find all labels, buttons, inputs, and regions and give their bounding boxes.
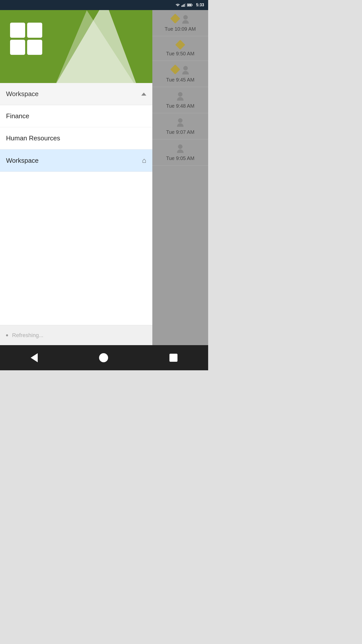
- menu-item-workspace[interactable]: Workspace ⌂: [0, 149, 152, 172]
- menu-item-human-resources[interactable]: Human Resources: [0, 127, 152, 149]
- refresh-dot-icon: [6, 334, 8, 336]
- svg-rect-2: [184, 4, 185, 7]
- drawer-panel: Workspace Finance Human Resources Worksp…: [0, 10, 152, 345]
- list-item[interactable]: Tue 9:05 AM: [152, 139, 208, 166]
- status-time: 5:33: [196, 3, 204, 7]
- item-icons: [157, 118, 204, 127]
- diamond-icon: [170, 64, 180, 74]
- person-icon: [177, 118, 184, 127]
- logo-square-4: [27, 40, 42, 55]
- header-decoration: [42, 10, 139, 83]
- list-item[interactable]: Tue 9:50 AM: [152, 36, 208, 61]
- item-time: Tue 9:07 AM: [157, 129, 204, 135]
- right-panel: Tue 10:09 AM Tue 9:50 AM Tue 9: [152, 10, 208, 345]
- list-item[interactable]: Tue 10:09 AM: [152, 10, 208, 36]
- item-icons: [157, 92, 204, 101]
- svg-rect-3: [185, 3, 186, 7]
- item-icons: [157, 15, 204, 24]
- chevron-up-icon: [141, 93, 146, 96]
- list-item[interactable]: Tue 9:48 AM: [152, 87, 208, 113]
- status-icons: 5:33: [175, 3, 204, 7]
- item-time: Tue 9:45 AM: [157, 77, 204, 83]
- item-time: Tue 9:05 AM: [157, 155, 204, 161]
- logo-square-2: [27, 23, 42, 38]
- status-bar: 5:33: [0, 0, 208, 10]
- item-time: Tue 9:50 AM: [157, 51, 204, 57]
- logo-square-1: [10, 23, 25, 38]
- app-logo: [10, 23, 42, 55]
- svg-rect-1: [183, 5, 183, 7]
- recents-square-icon: [169, 354, 177, 362]
- item-icons: [157, 66, 204, 74]
- drawer-header: [0, 10, 152, 83]
- person-icon: [177, 144, 184, 153]
- nav-recents-button[interactable]: [169, 354, 177, 362]
- item-icons: [157, 144, 204, 153]
- item-time: Tue 9:48 AM: [157, 103, 204, 109]
- person-icon: [182, 15, 189, 24]
- right-panel-list: Tue 10:09 AM Tue 9:50 AM Tue 9: [152, 10, 208, 166]
- person-icon: [177, 92, 184, 101]
- nav-bar: [0, 345, 208, 370]
- list-item[interactable]: Tue 9:07 AM: [152, 113, 208, 139]
- item-time: Tue 10:09 AM: [157, 26, 204, 32]
- menu-list: Finance Human Resources Workspace ⌂: [0, 105, 152, 345]
- menu-item-label: Workspace: [6, 157, 39, 165]
- home-icon: ⌂: [142, 156, 146, 165]
- logo-square-3: [10, 40, 25, 55]
- back-icon: [31, 353, 38, 362]
- workspace-section-header[interactable]: Workspace: [0, 83, 152, 105]
- nav-home-button[interactable]: [99, 353, 108, 362]
- svg-rect-0: [182, 6, 182, 7]
- diamond-icon: [170, 14, 180, 24]
- nav-back-button[interactable]: [31, 353, 38, 362]
- list-item[interactable]: Tue 9:45 AM: [152, 61, 208, 87]
- refreshing-text: Refreshing...: [12, 332, 43, 339]
- refreshing-bar: Refreshing...: [0, 325, 152, 345]
- item-icons: [157, 41, 204, 48]
- home-circle-icon: [99, 353, 108, 362]
- svg-rect-6: [192, 5, 192, 6]
- menu-item-label: Human Resources: [6, 134, 60, 142]
- menu-item-label: Finance: [6, 112, 29, 120]
- menu-item-finance[interactable]: Finance: [0, 105, 152, 127]
- person-icon: [182, 66, 189, 74]
- workspace-section-label: Workspace: [6, 90, 39, 98]
- diamond-icon: [175, 40, 185, 50]
